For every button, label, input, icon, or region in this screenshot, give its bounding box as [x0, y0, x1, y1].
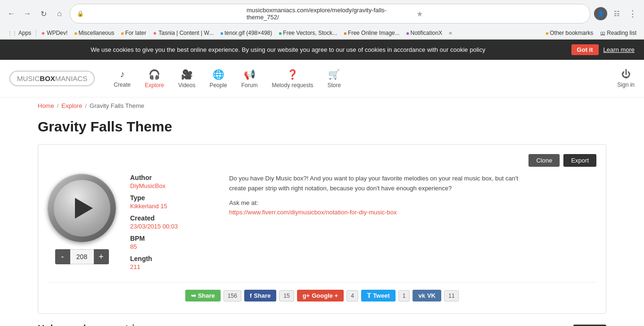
vk-label: VK — [427, 292, 436, 299]
nav-people[interactable]: 🌐 People — [209, 69, 227, 89]
tempo-value: 208 — [70, 249, 94, 264]
tempo-increase-button[interactable]: + — [94, 249, 109, 264]
type-value: Kikkerland 15 — [130, 203, 215, 210]
card-meta: Author DiyMusicBox Type Kikkerland 15 Cr… — [130, 174, 215, 275]
share-label: Share — [198, 292, 215, 299]
breadcrumb-explore[interactable]: Explore — [61, 102, 82, 109]
card-description: Do you have Diy Music box?! And you want… — [229, 174, 596, 275]
home-button[interactable]: ⌂ — [53, 7, 66, 20]
browser-chrome: ← → ↻ ⌂ 🔒 musicboxmaniacs.com/explore/me… — [0, 0, 644, 40]
nav-store[interactable]: 🛒 Store — [328, 69, 341, 89]
learn-more-link[interactable]: Learn more — [603, 46, 635, 53]
back-button[interactable]: ← — [5, 7, 18, 20]
bookmark-freeimage[interactable]: ■ Free Online Image... — [341, 29, 402, 37]
clone-button[interactable]: Clone — [528, 154, 560, 167]
bookmark-icon-fv: ■ — [279, 31, 281, 36]
gplus-share-button[interactable]: g+ Google + — [297, 290, 344, 302]
bookmark-label: WPDev! — [47, 30, 67, 36]
nav-create[interactable]: ♪ Create — [114, 69, 131, 88]
bookmark-reading[interactable]: 🕮 Reading list — [598, 29, 639, 37]
author-value[interactable]: DiyMusicBox — [130, 182, 215, 189]
apps-label: Apps — [18, 30, 31, 36]
main-content: Home / Explore / Gravity Falls Theme Gra… — [0, 98, 644, 326]
bookmark-label: Miscellaneous — [78, 30, 114, 36]
bookmark-more[interactable]: » — [446, 29, 455, 37]
bookmark-icon-other: ■ — [545, 31, 548, 36]
nav-explore[interactable]: 🎧 Explore — [145, 69, 164, 89]
share-button[interactable]: ➥ Share — [185, 290, 221, 302]
fiverr-link[interactable]: https://www.fiverr.com/diymusicbox/notat… — [229, 209, 396, 216]
vk-count: 11 — [444, 290, 459, 302]
signin-button[interactable]: ⏻ Sign in — [617, 69, 635, 88]
vk-share-button[interactable]: vk VK — [413, 290, 441, 302]
share-icon: ➥ — [191, 292, 196, 299]
breadcrumb: Home / Explore / Gravity Falls Theme — [38, 102, 606, 109]
nav-store-label: Store — [328, 82, 341, 89]
bpm-value: 85 — [130, 243, 215, 250]
breadcrumb-sep-1: / — [57, 102, 59, 109]
breadcrumb-current: Gravity Falls Theme — [90, 102, 144, 109]
bookmark-icon-fi: ■ — [344, 31, 347, 36]
ask-me-section: Ask me at: https://www.fiverr.com/diymus… — [229, 198, 596, 218]
hole-punch-title: Hole punch paper strips — [38, 323, 146, 326]
more-label: » — [449, 30, 452, 36]
bookmark-tenor[interactable]: ■ tenor.gif (498×498) — [217, 29, 275, 37]
bookmark-wpdev[interactable]: ★ WPDev! — [38, 29, 70, 37]
bookmark-freevectors[interactable]: ■ Free Vectors, Stock... — [276, 29, 340, 37]
bookmark-forlater[interactable]: ■ For later — [118, 29, 149, 37]
twitter-share-button[interactable]: 𝕋 Tweet — [361, 290, 396, 302]
bookmark-notificationx[interactable]: ■ NotificationX — [403, 29, 445, 37]
forward-button[interactable]: → — [21, 7, 34, 20]
refresh-button[interactable]: ↻ — [37, 7, 50, 20]
breadcrumb-home[interactable]: Home — [38, 102, 54, 109]
melody-card: Clone Export - 208 + Author Diy — [38, 144, 606, 314]
bookmark-label: Free Vectors, Stock... — [283, 30, 337, 36]
signin-icon: ⏻ — [621, 69, 631, 80]
forum-icon: 📢 — [244, 69, 256, 80]
logo-music: MUSIC — [17, 74, 40, 82]
description-line1: Do you have Diy Music box?! And you want… — [229, 174, 596, 184]
address-bar[interactable]: 🔒 musicboxmaniacs.com/explore/melody/gra… — [70, 4, 590, 24]
bookmark-label: Reading list — [607, 30, 636, 36]
nav-explore-label: Explore — [145, 82, 164, 89]
bookmark-label: tenor.gif (498×498) — [224, 30, 272, 36]
breadcrumb-sep-2: / — [85, 102, 87, 109]
page-title: Gravity Falls Theme — [38, 119, 606, 135]
people-icon: 🌐 — [213, 69, 224, 80]
apps-bookmark[interactable]: ⋮⋮ Apps — [5, 29, 34, 37]
bookmark-tasnia[interactable]: ★ Tasnia | Content | W... — [150, 29, 216, 37]
tempo-decrease-button[interactable]: - — [55, 249, 70, 264]
got-it-button[interactable]: Got it — [571, 44, 599, 55]
browser-actions: 👤 ☷ ⋮ — [594, 7, 639, 20]
fb-count: 15 — [279, 290, 294, 302]
bookmark-misc[interactable]: ■ Miscellaneous — [71, 29, 117, 37]
nav-create-label: Create — [114, 82, 131, 88]
bookmark-label: Free Online Image... — [348, 30, 399, 36]
cookie-banner: We use cookies to give you the best onli… — [0, 40, 644, 60]
site-logo[interactable]: MUSICBOXMANIACS — [9, 71, 95, 86]
nav-forum[interactable]: 📢 Forum — [241, 69, 258, 89]
author-label: Author — [130, 174, 215, 181]
create-icon: ♪ — [120, 69, 124, 80]
menu-button[interactable]: ⋮ — [626, 7, 639, 20]
facebook-share-button[interactable]: f Share — [244, 290, 276, 302]
nav-melody-requests[interactable]: ❓ Melody requests — [272, 69, 313, 89]
tempo-controls: - 208 + — [55, 249, 109, 264]
melody-requests-icon: ❓ — [287, 69, 298, 80]
nav-buttons: ← → ↻ ⌂ — [5, 7, 66, 20]
bookmark-other[interactable]: ■ Other bookmarks — [543, 29, 596, 37]
profile-button[interactable]: 👤 — [594, 7, 607, 20]
fb-label: Share — [254, 292, 271, 299]
export-button[interactable]: Export — [563, 154, 596, 167]
bookmark-icon-nx: ■ — [406, 31, 409, 36]
bookmark-label: Other bookmarks — [550, 30, 593, 36]
gplus-label: Google + — [312, 292, 338, 299]
apps-grid-icon: ⋮⋮ — [8, 31, 17, 36]
bookmarks-bar: ⋮⋮ Apps ★ WPDev! ■ Miscellaneous ■ For l… — [0, 27, 644, 39]
play-button[interactable] — [48, 174, 116, 242]
bookmark-label: Tasnia | Content | W... — [158, 30, 214, 36]
site-header: MUSICBOXMANIACS ♪ Create 🎧 Explore 🎥 Vid… — [0, 60, 644, 98]
extensions-button[interactable]: ☷ — [610, 7, 623, 20]
length-value: 211 — [130, 263, 215, 270]
nav-videos[interactable]: 🎥 Videos — [178, 69, 195, 89]
